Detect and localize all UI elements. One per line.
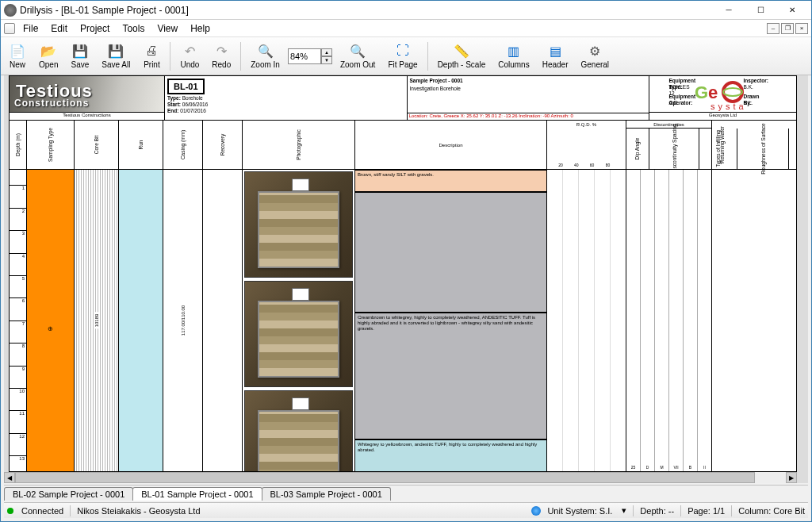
save-all-icon: 💾 — [108, 43, 124, 59]
col-core-bit: Core Bit — [94, 136, 99, 154]
log-sheet[interactable]: Testious Constructions Testious Construc… — [9, 75, 797, 472]
fit-page-icon: ⛶ — [395, 43, 411, 59]
company-logo: G e systa Geosysta Ltd — [649, 76, 796, 120]
col-description: Description — [439, 143, 462, 148]
depth-tick: 13 — [10, 455, 26, 463]
mdi-restore-button[interactable]: ❐ — [781, 23, 794, 34]
sample-marker: ⊕ — [48, 325, 53, 332]
tab-bl01[interactable]: BL-01 Sample Project - 0001 — [132, 487, 262, 501]
general-button[interactable]: ⚙General — [576, 41, 615, 71]
open-folder-icon: 📂 — [40, 43, 56, 59]
disc-value: VII — [669, 465, 683, 470]
description-band[interactable]: Whitegrey to yellowbrown, andesitic TUFF… — [355, 439, 546, 471]
zoom-input[interactable] — [288, 48, 321, 64]
zoom-out-icon: 🔍 — [350, 43, 366, 59]
col-rqd: R.Q.D. % — [576, 122, 596, 127]
new-icon: 📄 — [10, 43, 25, 59]
svg-text:systa: systa — [710, 102, 747, 111]
save-icon: 💾 — [72, 43, 88, 59]
zoom-spin-down[interactable]: ▼ — [321, 56, 332, 64]
print-icon: 🖨 — [144, 43, 159, 59]
zoom-spin-up[interactable]: ▲ — [321, 48, 332, 56]
open-button[interactable]: 📂Open — [34, 41, 63, 71]
columns-button[interactable]: ▥Columns — [493, 41, 534, 71]
tab-bl03[interactable]: BL-03 Sample Project - 0001 — [262, 487, 391, 501]
redo-icon: ↷ — [213, 43, 229, 59]
save-all-button[interactable]: 💾Save All — [97, 41, 135, 71]
menu-help[interactable]: Help — [184, 21, 216, 36]
close-button[interactable]: ✕ — [776, 2, 808, 19]
scroll-left-button[interactable]: ◀ — [4, 472, 15, 483]
print-button[interactable]: 🖨Print — [138, 41, 165, 71]
connection-led-icon — [7, 508, 13, 514]
columns-icon: ▥ — [506, 43, 522, 59]
ruler-icon: 📏 — [454, 43, 469, 59]
file-icon — [4, 23, 15, 34]
description-band[interactable]: Brown, stiff sandy SILT with gravels. — [355, 170, 546, 192]
zoom-out-button[interactable]: 🔍Zoom Out — [335, 41, 380, 71]
horizontal-scrollbar[interactable]: ◀ ▶ — [4, 472, 797, 483]
borehole-id: BL-01 — [167, 79, 205, 94]
svg-text:G: G — [695, 83, 708, 102]
depth-tick: 1 — [10, 185, 26, 193]
core-photo — [244, 390, 353, 471]
scroll-right-button[interactable]: ▶ — [786, 472, 797, 483]
menu-edit[interactable]: Edit — [44, 21, 74, 36]
app-icon — [4, 4, 17, 17]
save-button[interactable]: 💾Save — [66, 41, 94, 71]
menu-project[interactable]: Project — [74, 21, 116, 36]
depth-tick: 11 — [10, 410, 26, 418]
disc-value: B — [684, 465, 697, 470]
corebit-label: 10189 — [94, 313, 99, 329]
menu-file[interactable]: File — [17, 21, 44, 36]
status-column: Column: Core Bit — [738, 506, 805, 516]
undo-icon: ↶ — [182, 43, 197, 59]
depth-tick: 2 — [10, 208, 26, 216]
depth-tick: 12 — [10, 433, 26, 441]
description-band[interactable]: Creambrown to whitegrey, highly to compl… — [355, 313, 546, 439]
location-row: Location: Crete, Greece X: 25.62 Y: 35.0… — [408, 113, 649, 120]
col-photo: Photographic — [296, 129, 301, 159]
description-band[interactable] — [355, 192, 546, 313]
depth-tick: 8 — [10, 343, 26, 351]
status-page: Page: 1/1 — [688, 506, 725, 516]
menu-tools[interactable]: Tools — [116, 21, 151, 36]
depth-tick: 6 — [10, 297, 26, 305]
col-run: Run — [138, 140, 144, 150]
workspace: Testious Constructions Testious Construc… — [4, 75, 808, 483]
col-casing: Casing (mm) — [180, 130, 186, 159]
undo-button[interactable]: ↶Undo — [175, 41, 204, 71]
status-user: Nikos Steiakakis - Geosysta Ltd — [77, 506, 200, 516]
mdi-minimize-button[interactable]: – — [767, 23, 779, 34]
minimize-button[interactable]: ─ — [713, 2, 745, 19]
depth-tick: 7 — [10, 320, 26, 328]
tab-bl02[interactable]: BL-02 Sample Project - 0001 — [4, 487, 133, 501]
col-depth: Depth (m) — [15, 133, 21, 156]
client-logo: Testious Constructions Testious Construc… — [10, 76, 165, 120]
col-water: Returning Water — [720, 126, 726, 163]
svg-point-3 — [723, 88, 742, 96]
gear-icon: ⚙ — [587, 43, 603, 59]
fit-page-button[interactable]: ⛶Fit Page — [383, 41, 422, 71]
mdi-close-button[interactable]: × — [795, 23, 808, 34]
depth-tick: 3 — [10, 230, 26, 238]
scroll-thumb[interactable] — [15, 472, 755, 483]
depth-scale-button[interactable]: 📏Depth - Scale — [433, 41, 491, 71]
redo-button[interactable]: ↷Redo — [207, 41, 236, 71]
menu-view[interactable]: View — [151, 21, 184, 36]
svg-point-2 — [723, 83, 742, 102]
col-discontinuities: Discontinuities — [626, 121, 711, 129]
casing-label: 117.00/110.00 — [181, 305, 186, 336]
zoom-in-button[interactable]: 🔍Zoom In — [246, 41, 285, 71]
depth-tick: 5 — [10, 275, 26, 283]
zoom-in-icon: 🔍 — [258, 43, 274, 59]
header-button[interactable]: ▤Header — [538, 41, 573, 71]
core-photo — [244, 281, 353, 387]
disc-value: II — [698, 465, 711, 470]
globe-icon — [531, 506, 541, 516]
new-button[interactable]: 📄New — [4, 41, 31, 71]
maximize-button[interactable]: ☐ — [745, 2, 776, 19]
header-icon: ▤ — [547, 43, 563, 59]
core-photo — [244, 171, 353, 278]
col-recovery: Recovery — [220, 134, 225, 155]
